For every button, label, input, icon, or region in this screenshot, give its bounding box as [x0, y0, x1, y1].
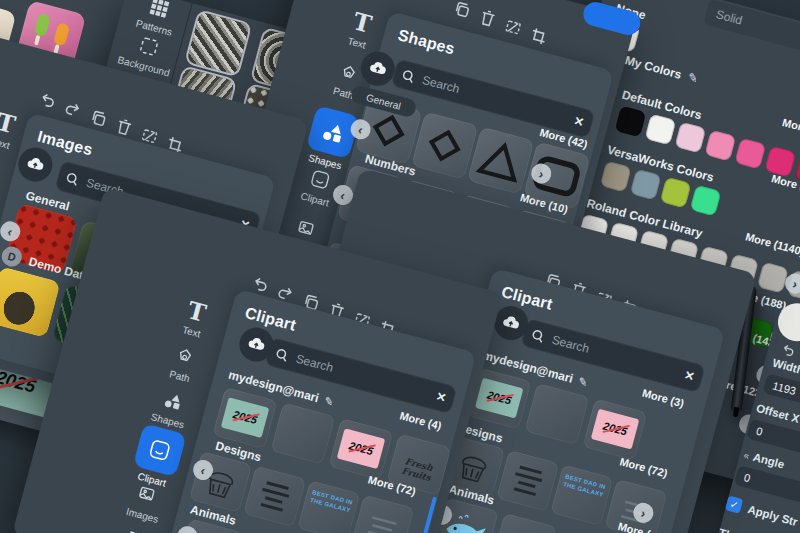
shape-tile-diamond[interactable]: [411, 111, 479, 179]
more-link[interactable]: More (1140): [744, 230, 800, 257]
popsicle-orange: [53, 22, 70, 46]
clipart-thumb-text-design[interactable]: [496, 450, 559, 512]
color-swatch[interactable]: [757, 262, 789, 294]
crop-icon[interactable]: [526, 24, 550, 48]
color-swatch[interactable]: [645, 114, 677, 146]
color-swatch[interactable]: [704, 130, 736, 162]
threshold-label: Threshold: [717, 526, 774, 533]
duplicate-icon[interactable]: [450, 0, 474, 22]
more-link[interactable]: More (3): [641, 387, 685, 410]
clear-search-icon[interactable]: ✕: [572, 114, 585, 130]
more-link[interactable]: More (: [781, 116, 800, 136]
search-bar[interactable]: ✕: [521, 318, 706, 393]
clipart-thumb-year-pink[interactable]: 2025: [582, 399, 647, 461]
year-text: 2025: [593, 409, 639, 440]
clipart-thumb-faces-pattern[interactable]: [270, 402, 335, 464]
search-bar[interactable]: ✕: [265, 337, 458, 414]
collage-stage: Patterns Background DIMENSE: [0, 0, 800, 533]
delete-icon[interactable]: [475, 6, 499, 30]
scrollbar-thumb[interactable]: [418, 496, 437, 533]
color-swatch[interactable]: [734, 138, 766, 170]
more-link[interactable]: More (72): [618, 455, 668, 479]
popsicle-green: [34, 13, 51, 37]
color-swatch[interactable]: [674, 122, 706, 154]
color-swatch[interactable]: [690, 185, 722, 217]
clipart-icon: [133, 423, 187, 477]
edit-pencil-icon[interactable]: ✎: [323, 394, 335, 409]
clipart-thumb-text-design[interactable]: [243, 466, 306, 528]
marquee-icon[interactable]: [501, 15, 525, 39]
clipart-thumb-best-dad[interactable]: BEST DAD IN THE GALAXY: [550, 464, 613, 526]
color-swatch[interactable]: [600, 161, 632, 193]
sidebar-item-text[interactable]: T Text: [163, 292, 227, 344]
clipart-thumb-faces-pattern[interactable]: [524, 383, 589, 445]
edit-pencil-icon[interactable]: ✎: [686, 70, 699, 86]
upload-cloud-icon: [366, 56, 390, 80]
color-swatch[interactable]: [630, 169, 662, 201]
sidebar-item-path[interactable]: Path: [151, 337, 215, 389]
fill-type-select[interactable]: Solid ▾: [703, 0, 800, 61]
upload-cloud-icon: [244, 332, 268, 356]
my-colors-header: My Colors ✎: [623, 53, 699, 86]
clipart-thumb-year-pink[interactable]: 2025: [328, 418, 393, 480]
apply-stroke-row: ✓ Apply Str: [725, 496, 800, 529]
best-dad-text: BEST DAD IN THE GALAXY: [557, 464, 613, 500]
edit-pencil-icon[interactable]: ✎: [577, 374, 589, 389]
angle-label: Angle: [752, 451, 786, 471]
path-icon: [154, 337, 215, 377]
undo-icon[interactable]: [35, 88, 59, 112]
year-text: 2025: [339, 428, 385, 459]
collapse-icon[interactable]: «: [743, 449, 751, 461]
text-tool-icon: T: [350, 9, 373, 37]
clipart-thumb-best-dad[interactable]: BEST DAD IN THE GALAXY: [297, 480, 360, 533]
text-tool-icon: T: [185, 298, 208, 326]
upload-cloud-icon: [23, 152, 47, 176]
clipart-thumb-fish[interactable]: [492, 513, 557, 533]
clear-search-icon[interactable]: ✕: [434, 389, 447, 405]
redo-icon[interactable]: [61, 97, 85, 121]
year-text: 2025: [477, 378, 523, 409]
apply-stroke-label: Apply Str: [747, 503, 799, 528]
color-swatch[interactable]: [615, 106, 647, 138]
popsicle-stick: [34, 35, 40, 46]
color-swatch[interactable]: [764, 146, 796, 178]
best-dad-text: BEST DAD IN THE GALAXY: [304, 480, 360, 516]
fill-type-value: Solid: [714, 7, 743, 27]
search-icon: [401, 68, 417, 84]
clear-search-icon[interactable]: ✕: [683, 368, 696, 384]
search-icon: [65, 171, 81, 187]
clipart-thumb-faded[interactable]: [351, 495, 414, 533]
panel-title: Shapes: [396, 26, 457, 58]
duplicate-icon[interactable]: [86, 106, 110, 130]
apply-stroke-checkbox[interactable]: ✓: [725, 496, 743, 514]
thumb-yellow-car[interactable]: [0, 266, 61, 338]
my-colors-label: My Colors: [623, 53, 683, 82]
color-swatch[interactable]: [660, 177, 692, 209]
more-link[interactable]: More (4): [398, 409, 442, 432]
search-icon: [274, 347, 290, 363]
search-icon: [530, 328, 546, 344]
angle-input[interactable]: 0: [734, 465, 800, 503]
shape-tile-triangle[interactable]: [467, 126, 535, 194]
upload-cloud-icon: [499, 311, 523, 335]
fresh-fruits-text: Fresh Fruits: [389, 434, 452, 487]
year-text: 2025: [223, 397, 269, 428]
text-tool-icon: T: [0, 110, 18, 138]
